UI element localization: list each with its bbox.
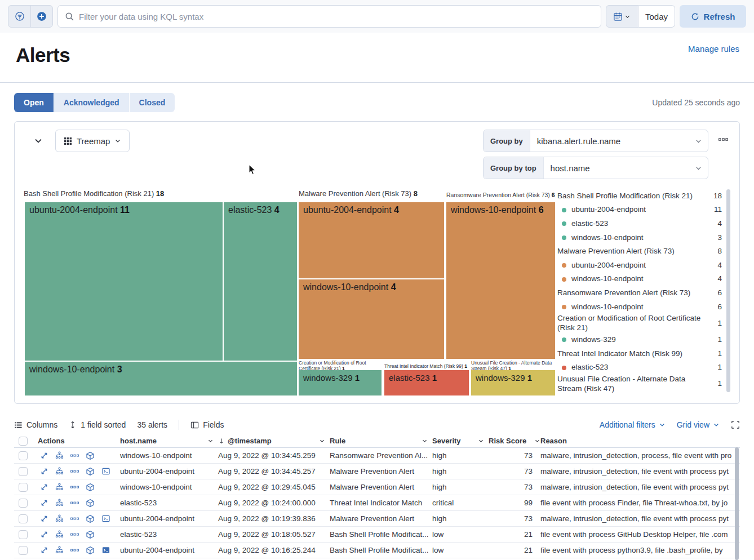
col-host-name[interactable]: host.name (118, 437, 218, 445)
col-timestamp[interactable]: @timestamp (218, 437, 330, 445)
legend-group-row[interactable]: Ransomware Prevention Alert (Risk 73)6 (557, 286, 722, 300)
treemap-cell[interactable]: windows-329 1 (299, 370, 382, 395)
legend-item-row[interactable]: elastic-5231 (557, 361, 722, 375)
fullscreen-button[interactable] (731, 420, 740, 429)
row-checkbox[interactable] (19, 467, 28, 476)
treemap-cell[interactable]: windows-329 1 (471, 370, 555, 395)
row-checkbox[interactable] (19, 499, 28, 508)
analyze-event-icon[interactable] (55, 530, 64, 539)
add-filter-button[interactable] (30, 6, 52, 27)
investigate-in-timeline-icon[interactable] (86, 530, 95, 539)
investigate-in-timeline-icon[interactable] (86, 514, 95, 523)
legend-item-row[interactable]: windows-10-endpoint6 (557, 300, 722, 314)
legend-item-row[interactable]: elastic-5234 (557, 217, 722, 231)
legend-group-row[interactable]: Threat Intel Indicator Match (Risk 99)1 (557, 347, 722, 361)
more-actions-icon[interactable] (70, 533, 79, 536)
table-scrollbar[interactable] (735, 447, 739, 560)
row-checkbox[interactable] (19, 451, 28, 460)
legend-group-row[interactable]: Unusual File Creation - Alternate Data S… (557, 375, 722, 394)
refresh-button[interactable]: Refresh (680, 5, 746, 28)
treemap-cell[interactable]: ubuntu-2004-endpoint 4 (299, 202, 444, 278)
tab-acknowledged[interactable]: Acknowledged (54, 93, 129, 112)
kql-search-box[interactable] (57, 5, 601, 28)
investigate-in-timeline-icon[interactable] (86, 499, 95, 508)
expand-alert-icon[interactable] (40, 451, 48, 460)
more-actions-icon[interactable] (70, 486, 79, 489)
group-by-select[interactable]: Group by kibana.alert.rule.name (483, 130, 708, 152)
tab-open[interactable]: Open (14, 93, 54, 112)
treemap-cell[interactable]: elastic-523 4 (224, 202, 297, 361)
analyze-event-icon[interactable] (55, 514, 64, 523)
treemap-cell[interactable]: ubuntu-2004-endpoint 11 (25, 202, 223, 361)
chart-type-select[interactable]: Treemap (55, 130, 130, 152)
group-by-top-select[interactable]: Group by top host.name (483, 157, 708, 179)
date-quick-select-button[interactable] (606, 5, 638, 28)
col-severity[interactable]: Severity (432, 437, 489, 445)
panel-options-button[interactable] (716, 135, 730, 144)
legend-scrollbar[interactable] (726, 189, 730, 392)
legend-item-row[interactable]: windows-3291 (557, 394, 722, 395)
legend-item-row[interactable]: windows-10-endpoint4 (557, 273, 722, 287)
cell-severity: critical (432, 499, 489, 507)
select-all-checkbox[interactable] (19, 437, 28, 446)
treemap-cell[interactable]: windows-10-endpoint 3 (25, 362, 297, 395)
legend-group-row[interactable]: Malware Prevention Alert (Risk 73)8 (557, 245, 722, 259)
more-actions-icon[interactable] (70, 501, 79, 505)
chevron-down-icon (114, 137, 121, 144)
session-view-icon[interactable] (101, 467, 110, 475)
treemap-group-title: Bash Shell Profile Modification (Risk 21… (24, 189, 298, 198)
session-view-icon[interactable] (101, 514, 110, 523)
saved-query-menu-button[interactable] (8, 6, 30, 27)
analyze-event-icon[interactable] (55, 451, 64, 460)
treemap-cell[interactable]: windows-10-endpoint 4 (299, 279, 444, 359)
legend-item-row[interactable]: ubuntu-2004-endpoint4 (557, 259, 722, 273)
kql-search-input[interactable] (79, 12, 594, 21)
expand-alert-icon[interactable] (40, 514, 48, 523)
more-actions-icon[interactable] (70, 517, 79, 521)
cell-rule: Bash Shell Profile Modificat... (330, 546, 432, 554)
legend-item-row[interactable]: windows-3291 (557, 333, 722, 347)
legend-group-row[interactable]: Creation or Modification of Root Certifi… (557, 314, 722, 333)
columns-button[interactable]: Columns (14, 420, 57, 429)
expand-alert-icon[interactable] (40, 530, 48, 539)
investigate-in-timeline-icon[interactable] (86, 451, 95, 460)
chevron-down-icon (34, 136, 43, 145)
grid-view-button[interactable]: Grid view (677, 420, 720, 429)
analyze-event-icon[interactable] (55, 546, 64, 554)
expand-alert-icon[interactable] (40, 546, 48, 554)
collapse-panel-button[interactable] (32, 134, 45, 148)
investigate-in-timeline-icon[interactable] (86, 483, 95, 492)
row-checkbox[interactable] (19, 514, 28, 523)
date-picker-group: Today (606, 5, 675, 28)
more-actions-icon[interactable] (70, 549, 79, 552)
expand-alert-icon[interactable] (40, 499, 48, 507)
legend-item-row[interactable]: windows-10-endpoint3 (557, 231, 722, 245)
col-rule[interactable]: Rule (330, 437, 432, 445)
treemap-cell[interactable]: windows-10-endpoint 6 (446, 202, 555, 359)
manage-rules-link[interactable]: Manage rules (688, 44, 739, 54)
sorted-fields-button[interactable]: 1 field sorted (69, 420, 126, 429)
legend-item-row[interactable]: ubuntu-2004-endpoint11 (557, 203, 722, 217)
more-actions-icon[interactable] (70, 470, 79, 473)
row-checkbox[interactable] (19, 530, 28, 539)
analyze-event-icon[interactable] (55, 483, 64, 491)
expand-alert-icon[interactable] (40, 467, 48, 475)
top-search-bar: Today Refresh (0, 0, 754, 33)
fields-button[interactable]: Fields (190, 420, 224, 429)
expand-alert-icon[interactable] (40, 483, 48, 491)
col-risk-score[interactable]: Risk Score (489, 437, 540, 445)
legend-group-row[interactable]: Bash Shell Profile Modification (Risk 21… (557, 189, 722, 203)
analyze-event-icon[interactable] (55, 499, 64, 507)
session-view-icon[interactable] (101, 546, 110, 554)
investigate-in-timeline-icon[interactable] (86, 546, 95, 555)
treemap-group-title: Ransomware Prevention Alert (Risk 73) 6 (446, 192, 555, 198)
row-checkbox[interactable] (19, 546, 28, 555)
analyze-event-icon[interactable] (55, 467, 64, 475)
additional-filters-button[interactable]: Additional filters (600, 420, 666, 429)
investigate-in-timeline-icon[interactable] (86, 467, 95, 476)
more-actions-icon[interactable] (70, 454, 79, 457)
tab-closed[interactable]: Closed (130, 93, 175, 112)
date-range-button[interactable]: Today (638, 5, 675, 28)
row-checkbox[interactable] (19, 483, 28, 492)
treemap-cell[interactable]: elastic-523 1 (384, 370, 469, 395)
